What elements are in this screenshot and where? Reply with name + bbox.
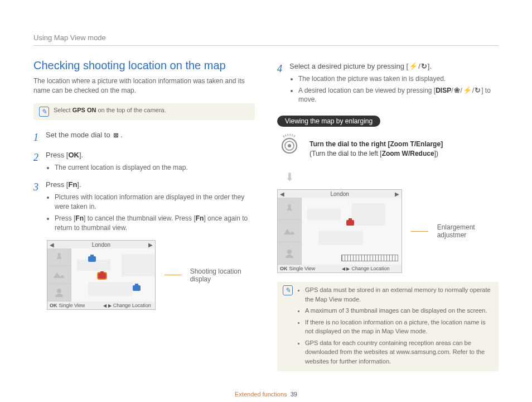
page-number: 39 [291,391,297,398]
intro-text: The location where a picture with locati… [33,76,255,95]
step-number: 3 [33,180,41,234]
step-number: 2 [33,150,41,175]
svg-point-0 [57,289,61,293]
svg-point-4 [287,250,292,254]
breadcrumb: Using Map View mode [33,34,499,46]
step-4: 4 Select a desired picture by pressing [… [277,61,499,107]
map-figure-2: ◀ London ▶ [277,189,499,273]
note-gps-info: ✎ GPS data must be stored in an external… [277,282,499,371]
step2-bullet1: The current location is displayed on the… [55,163,255,173]
step3-post: ]. [77,180,81,189]
left-arrow-icon: ◀ [280,191,284,197]
camera-marker-selected-icon [346,220,354,226]
map-city-label: London [331,191,349,197]
note2-b3: If there is no location information on a… [305,318,493,336]
callout-line [165,275,181,275]
page-footer: Extended functions 39 [0,391,532,398]
section-pill-viewing: Viewing the map by enlarging [277,116,380,127]
note-icon: ✎ [39,107,49,117]
step-number: 1 [33,130,41,145]
thumbnail-1 [47,248,71,266]
right-column: 4 Select a desired picture by pressing [… [277,59,499,381]
note2-b2: A maximum of 3 thumbnail images can be d… [305,306,493,315]
enlargement-bar [341,255,398,261]
dial-instruction: Turn the dial to the right [Zoom T/Enlar… [277,133,499,165]
footer-change-location: Change Location [351,266,389,271]
page-title: Checking shooting location on the map [33,59,255,72]
step4-post: ]. [428,62,432,70]
camera-marker-selected-icon [98,273,106,279]
footer-single-view: Single View [289,266,316,271]
step-number: 4 [277,61,285,107]
step4-bullet2: A desired location can be viewed by pres… [298,86,499,105]
note1-pre: Select [54,107,72,113]
disp-icon: DISP [436,87,451,94]
step-1: 1 Set the mode dial to ⦻. [33,130,255,145]
thumbnail-3 [47,284,71,302]
step3-bullet1: Pictures with location information are d… [55,193,255,212]
thumbnail-1 [278,198,301,220]
step4-pre: Select a desired picture by pressing [ [289,62,408,70]
step1-post: . [120,131,123,139]
ok-icon: OK [280,266,288,271]
nav-arrows-icon: ◀ ▶ [103,303,111,308]
map-screenshot-enlarged: ◀ London ▶ [277,189,402,273]
map-city-label: London [92,242,110,248]
fn-icon: Fn [75,214,84,222]
step2-pre: Press [ [46,151,68,159]
footer-single-view: Single View [59,303,85,308]
flash-icon: ⚡ [408,63,418,70]
thumbnail-2 [278,220,301,242]
note-gps-on: ✎ Select GPS ON on the top of the camera… [33,103,255,120]
camera-marker-icon [133,285,141,291]
camera-marker-icon [88,256,96,262]
map-screenshot: ◀ London ▶ [47,240,156,310]
right-arrow-icon: ▶ [148,242,153,248]
step1-text: Set the mode dial to [46,131,112,139]
mode-dial-icon: ⦻ [112,131,120,139]
step4-bullet1: The location the picture was taken in is… [298,74,499,84]
callout-shooting-location: Shooting location display [190,267,255,283]
note2-b1: GPS data must be stored in an external m… [305,285,493,304]
map-figure-1: ◀ London ▶ [47,240,255,310]
thumbnail-3 [278,242,301,265]
down-arrow-icon: ⬇ [285,170,499,184]
fn-icon: Fn [68,180,77,189]
nav-arrows-icon: ◀ ▶ [342,266,350,271]
note1-post: on the top of the camera. [96,107,166,113]
step3-pre: Press [ [46,180,68,189]
callout-enlargement: Enlargement adjustmer [437,223,499,239]
fn-icon: Fn [196,214,204,222]
left-arrow-icon: ◀ [50,242,54,248]
note2-b4: GPS data for each country containing rec… [305,338,493,366]
timer-icon: ↻ [420,63,428,70]
ok-icon: OK [50,303,57,308]
note1-bold: GPS ON [72,107,96,113]
zoom-dial-icon [277,133,302,165]
callout-line [411,231,428,232]
step3-bullet2: Press [Fn] to cancel the thumbnail view.… [55,214,255,233]
note-icon: ✎ [283,285,293,295]
right-arrow-icon: ▶ [395,191,399,197]
step-3: 3 Press [Fn]. Pictures with location inf… [33,180,255,234]
step2-post: ]. [79,151,83,159]
flash-icon: ⚡ [462,87,472,94]
step-2: 2 Press [OK]. The current location is di… [33,150,255,175]
footer-section: Extended functions [235,391,287,398]
thumbnail-2 [47,266,71,284]
footer-change-location: Change Location [113,303,151,308]
left-column: Checking shooting location on the map Th… [33,59,255,381]
svg-point-3 [288,144,291,147]
ok-icon: OK [68,151,79,159]
macro-icon: ❀ [453,87,461,94]
timer-icon: ↻ [474,87,481,94]
